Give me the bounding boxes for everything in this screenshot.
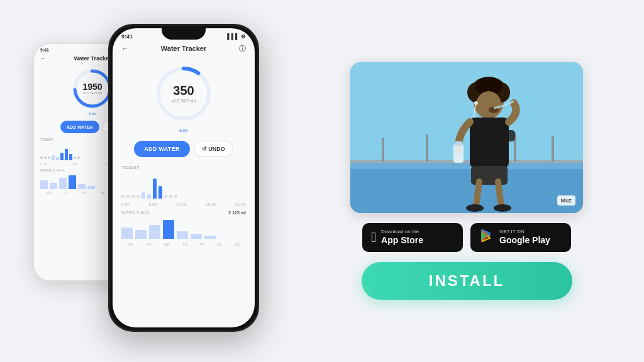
google-play-icon — [479, 228, 494, 247]
weekly-chart — [113, 216, 255, 241]
main-container: 9:41 ▌▌ ⊛ ← Water Tracker 1950 — [14, 11, 630, 351]
photo-container: Muz — [350, 62, 583, 213]
small-back-arrow: ← — [40, 55, 46, 62]
undo-btn[interactable]: ↺ UNDO — [194, 141, 233, 157]
svg-rect-9 — [426, 134, 428, 162]
circle-gauge: 350 of 2 500 ml Edit — [113, 57, 255, 137]
phone-front-inner: 9:41 ▌▌▌ ⊛ ← Water Tracker ⓘ — [113, 28, 255, 327]
today-chart — [113, 173, 255, 201]
muz-badge: Muz — [557, 195, 576, 206]
gauge-edit[interactable]: Edit — [179, 128, 188, 133]
gauge-sub: of 2 500 ml — [171, 98, 196, 104]
phone-info-icon[interactable]: ⓘ — [239, 44, 246, 53]
small-gauge-sub: of 2 500 ml — [82, 91, 102, 95]
add-water-btn[interactable]: ADD WATER — [134, 141, 190, 157]
weekly-label: WEEKLY AVG. — [121, 211, 150, 215]
svg-rect-7 — [350, 160, 583, 163]
small-header-title: Water Tracker — [74, 55, 111, 62]
small-gauge-number: 1950 — [82, 82, 102, 91]
small-add-water-btn[interactable]: ADD WATER — [60, 121, 99, 133]
app-store-sub: Download on the — [381, 229, 419, 234]
svg-rect-12 — [552, 136, 554, 162]
weekly-value: 2 125 ml — [228, 211, 246, 215]
phone-time: 9:41 — [121, 33, 133, 40]
svg-rect-8 — [382, 138, 384, 162]
weekly-avg-row: WEEKLY AVG. 2 125 ml — [113, 208, 255, 216]
phone-header: ← Water Tracker ⓘ — [113, 42, 255, 57]
svg-rect-24 — [502, 130, 515, 141]
phone-header-title: Water Tracker — [161, 45, 206, 52]
weekly-x: MO TU WE TH FR SA SU — [113, 241, 255, 248]
google-play-button[interactable]: GET IT ON Google Play — [470, 223, 571, 252]
app-store-button[interactable]:  Download on the App Store — [362, 223, 463, 252]
svg-point-26 — [466, 204, 484, 212]
install-button[interactable]: INSTALL — [362, 262, 572, 300]
google-play-name: Google Play — [499, 234, 550, 246]
small-time: 9:41 — [40, 48, 49, 53]
svg-rect-6 — [350, 169, 583, 213]
gauge-text: 350 of 2 500 ml — [171, 84, 196, 104]
phone-screen: 9:41 ▌▌▌ ⊛ ← Water Tracker ⓘ — [113, 28, 255, 327]
phones-section: 9:41 ▌▌ ⊛ ← Water Tracker 1950 — [33, 24, 303, 338]
svg-rect-20 — [470, 118, 509, 168]
app-store-text: Download on the App Store — [381, 229, 423, 246]
phone-back-arrow[interactable]: ← — [121, 45, 128, 52]
phone-front: 9:41 ▌▌▌ ⊛ ← Water Tracker ⓘ — [108, 24, 259, 332]
right-section: Muz  Download on the App Store — [303, 62, 611, 300]
x-axis: 0:00 6:00 12:00 18:00 24:00 — [113, 201, 255, 208]
svg-point-27 — [494, 204, 511, 212]
phone-signals: ▌▌▌ ⊛ — [227, 33, 246, 40]
google-play-text: GET IT ON Google Play — [499, 229, 550, 246]
gauge-number: 350 — [171, 84, 196, 97]
app-store-name: App Store — [381, 234, 423, 246]
svg-rect-21 — [453, 144, 464, 163]
apple-icon:  — [371, 229, 376, 246]
store-buttons:  Download on the App Store — [362, 223, 571, 252]
small-gauge-edit: Edit — [89, 112, 96, 116]
phone-notch — [162, 26, 206, 40]
svg-point-19 — [474, 101, 478, 105]
google-play-sub: GET IT ON — [499, 229, 525, 234]
section-today: TODAY — [113, 161, 255, 173]
btn-row: ADD WATER ↺ UNDO — [113, 137, 255, 161]
svg-point-18 — [476, 91, 501, 119]
gauge-ring: 350 of 2 500 ml — [152, 62, 215, 125]
small-gauge-text: 1950 of 2 500 ml — [82, 82, 102, 95]
svg-rect-22 — [455, 141, 462, 146]
